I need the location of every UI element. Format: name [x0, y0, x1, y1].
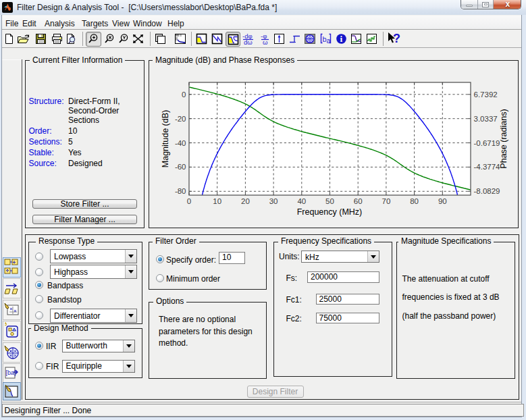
svg-text:-4.3774: -4.3774: [474, 163, 501, 171]
svg-text:-20: -20: [175, 115, 186, 123]
svg-text:Magnitude (dB): Magnitude (dB): [161, 110, 170, 167]
svg-text:6.7392: 6.7392: [474, 90, 498, 99]
svg-text:80: 80: [410, 197, 419, 205]
svg-text:70: 70: [382, 197, 391, 205]
svg-text:60: 60: [354, 197, 363, 205]
svg-text:[ba]: [ba]: [6, 369, 16, 376]
svg-text:ω: ω: [263, 38, 268, 45]
svg-text:0: 0: [182, 90, 186, 99]
svg-text:30: 30: [269, 197, 278, 205]
svg-text:i: i: [340, 34, 343, 44]
svg-text:?: ?: [393, 32, 400, 45]
svg-text:Phase (radians): Phase (radians): [499, 109, 508, 168]
svg-text:20: 20: [241, 197, 250, 205]
svg-text:Frequency (MHz): Frequency (MHz): [297, 207, 363, 217]
svg-text:40: 40: [297, 197, 306, 205]
svg-text:dω: dω: [244, 38, 253, 45]
svg-text:0: 0: [187, 197, 191, 205]
svg-text:-80: -80: [175, 187, 186, 195]
svg-text:3.0337: 3.0337: [474, 115, 498, 123]
svg-text:10: 10: [213, 197, 221, 205]
svg-text:50: 50: [325, 197, 334, 205]
svg-text:-0.6719: -0.6719: [474, 139, 500, 147]
svg-text:-40: -40: [175, 139, 186, 147]
svg-text:a: a: [327, 36, 332, 45]
svg-text:90: 90: [438, 197, 447, 205]
svg-text:-60: -60: [175, 163, 186, 171]
svg-text:-8.0829: -8.0829: [474, 187, 500, 195]
